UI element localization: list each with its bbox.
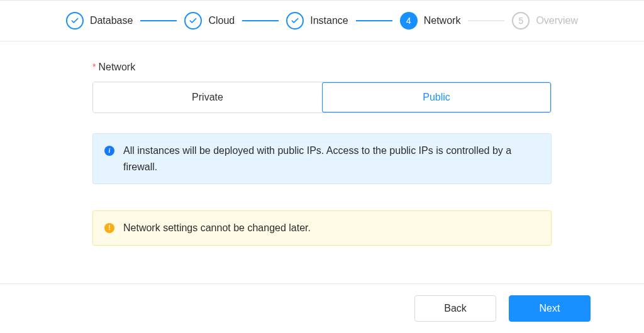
step-connector: [356, 20, 392, 21]
step-database[interactable]: Database: [66, 12, 133, 30]
step-connector: [468, 20, 504, 21]
step-label: Database: [90, 15, 133, 26]
warning-alert: ! Network settings cannot be changed lat…: [92, 210, 552, 246]
info-alert-text: All instances will be deployed with publ…: [123, 143, 540, 175]
option-private[interactable]: Private: [93, 82, 322, 112]
step-label: Cloud: [208, 15, 235, 26]
warning-icon: !: [104, 223, 114, 233]
warning-alert-text: Network settings cannot be changed later…: [123, 220, 311, 236]
field-label-text: Network: [98, 62, 135, 72]
step-connector: [242, 20, 279, 21]
info-icon: i: [104, 146, 114, 156]
step-number-active: 4: [400, 12, 418, 30]
next-button[interactable]: Next: [509, 295, 591, 322]
footer-actions: Back Next: [0, 283, 644, 333]
check-icon: [66, 12, 84, 30]
info-alert: i All instances will be deployed with pu…: [92, 133, 552, 184]
step-label: Instance: [310, 15, 348, 26]
step-overview: 5 Overview: [512, 12, 578, 30]
back-button[interactable]: Back: [414, 295, 496, 322]
step-label: Network: [424, 15, 461, 26]
check-icon: [184, 12, 202, 30]
stepper-container: Database Cloud Instance 4 Network 5 Over…: [0, 0, 644, 41]
network-type-selector: Private Public: [92, 82, 552, 113]
step-cloud[interactable]: Cloud: [184, 12, 235, 30]
step-label: Overview: [536, 15, 578, 26]
step-number-future: 5: [512, 12, 530, 30]
option-public[interactable]: Public: [322, 82, 551, 112]
step-network[interactable]: 4 Network: [400, 12, 461, 30]
required-indicator: *: [92, 62, 96, 72]
stepper: Database Cloud Instance 4 Network 5 Over…: [0, 12, 644, 30]
network-field-label: *Network: [92, 62, 552, 73]
form-content: *Network Private Public i All instances …: [92, 62, 552, 246]
check-icon: [286, 12, 304, 30]
step-connector: [140, 20, 177, 21]
step-instance[interactable]: Instance: [286, 12, 348, 30]
